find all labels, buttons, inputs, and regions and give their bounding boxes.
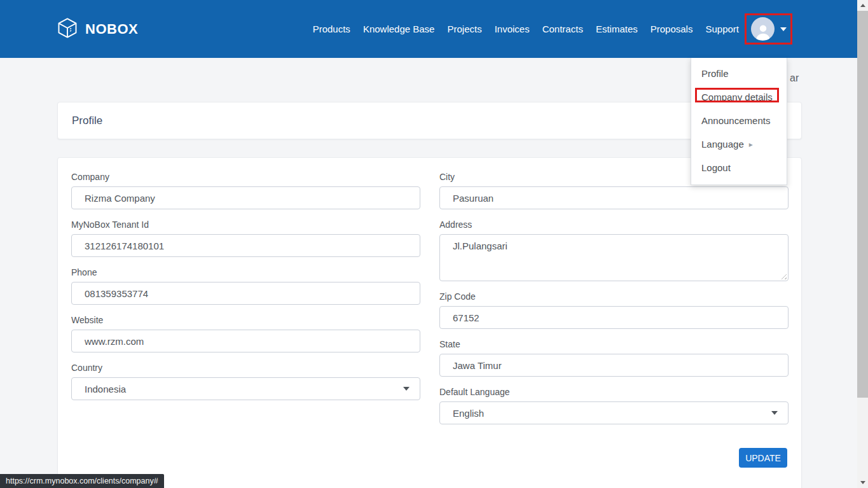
dropdown-item-logout[interactable]: Logout xyxy=(691,156,787,179)
website-input[interactable] xyxy=(71,330,420,352)
company-field: Company xyxy=(71,172,420,209)
dropdown-item-language[interactable]: Language ▸ xyxy=(691,132,787,156)
dropdown-item-company-details[interactable]: Company details xyxy=(691,85,787,109)
main-nav: Products Knowledge Base Projects Invoice… xyxy=(313,0,739,58)
scrollbar-up-icon xyxy=(860,4,865,7)
avatar xyxy=(751,17,775,41)
browser-viewport: NOBOX Products Knowledge Base Projects I… xyxy=(0,0,868,488)
website-field: Website xyxy=(71,315,420,352)
partial-text: ar xyxy=(790,73,799,84)
scrollbar-thumb[interactable] xyxy=(857,11,868,398)
chevron-down-icon xyxy=(780,27,787,31)
default-language-select-value: English xyxy=(453,408,484,419)
country-select-value: Indonesia xyxy=(85,384,126,394)
user-dropdown-menu: Profile Company details Announcements La… xyxy=(691,58,787,185)
form-column-left: Company MyNoBox Tenant Id Phone Website … xyxy=(71,172,420,410)
phone-field: Phone xyxy=(71,267,420,305)
user-menu-toggle[interactable] xyxy=(745,13,792,45)
address-field: Address Jl.Pulangsari xyxy=(439,220,789,281)
nav-item-estimates[interactable]: Estimates xyxy=(596,24,638,34)
brand-name: NOBOX xyxy=(85,21,138,38)
address-textarea[interactable]: Jl.Pulangsari xyxy=(439,234,789,281)
top-navbar: NOBOX Products Knowledge Base Projects I… xyxy=(0,0,857,58)
nav-item-support[interactable]: Support xyxy=(705,24,739,34)
zip-code-field: Zip Code xyxy=(439,291,789,329)
scrollbar-up-button[interactable] xyxy=(857,0,868,11)
state-label: State xyxy=(439,339,789,349)
nav-item-contracts[interactable]: Contracts xyxy=(542,24,583,34)
company-form-card: Company MyNoBox Tenant Id Phone Website … xyxy=(57,157,802,488)
tenant-id-field: MyNoBox Tenant Id xyxy=(71,220,420,257)
page-scrollbar[interactable] xyxy=(857,0,868,488)
state-field: State xyxy=(439,339,789,377)
scrollbar-down-button[interactable] xyxy=(857,477,868,488)
company-label: Company xyxy=(71,172,420,182)
country-field: Country Indonesia xyxy=(71,363,420,400)
country-label: Country xyxy=(71,363,420,373)
zip-code-input[interactable] xyxy=(439,306,789,329)
default-language-field: Default Language English xyxy=(439,387,789,424)
form-column-right: City Address Jl.Pulangsari Zip Code Stat… xyxy=(439,172,789,435)
city-input[interactable] xyxy=(439,186,789,209)
tenant-id-input[interactable] xyxy=(71,234,420,257)
brand-logo[interactable]: NOBOX xyxy=(56,0,138,58)
page-title: Profile xyxy=(72,115,102,127)
dropdown-item-announcements[interactable]: Announcements xyxy=(691,109,787,132)
country-select[interactable]: Indonesia xyxy=(71,377,420,400)
phone-label: Phone xyxy=(71,267,420,277)
default-language-label: Default Language xyxy=(439,387,789,397)
nav-item-projects[interactable]: Projects xyxy=(447,24,481,34)
submenu-arrow-icon: ▸ xyxy=(749,140,753,149)
zip-code-label: Zip Code xyxy=(439,291,789,302)
link-status-tooltip: https://crm.mynobox.com/clients/company# xyxy=(0,474,164,488)
tenant-id-label: MyNoBox Tenant Id xyxy=(71,220,420,230)
chevron-down-icon xyxy=(403,387,410,391)
address-label: Address xyxy=(439,220,789,230)
state-input[interactable] xyxy=(439,354,789,377)
company-input[interactable] xyxy=(71,186,420,209)
nav-item-knowledge-base[interactable]: Knowledge Base xyxy=(363,24,435,34)
scrollbar-down-icon xyxy=(860,481,865,484)
phone-input[interactable] xyxy=(71,282,420,305)
nobox-cube-icon xyxy=(56,17,79,42)
dropdown-item-profile[interactable]: Profile xyxy=(691,62,787,85)
default-language-select[interactable]: English xyxy=(439,401,789,424)
nav-item-invoices[interactable]: Invoices xyxy=(495,24,530,34)
chevron-down-icon xyxy=(771,411,778,415)
website-label: Website xyxy=(71,315,420,325)
update-button[interactable]: UPDATE xyxy=(739,448,787,468)
nav-item-proposals[interactable]: Proposals xyxy=(651,24,693,34)
nav-item-products[interactable]: Products xyxy=(313,24,350,34)
